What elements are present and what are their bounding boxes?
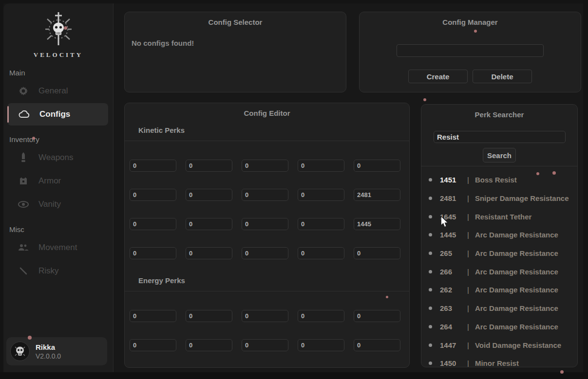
sidebar-item-armor[interactable]: Armor — [6, 170, 108, 192]
perk-input-row — [130, 160, 409, 172]
perk-id: 2481 — [440, 194, 465, 202]
perk-result-row[interactable]: 262|Arc Damage Resistance — [421, 281, 577, 299]
perk-searcher-title: Perk Searcher — [421, 110, 577, 119]
accent-dot — [474, 30, 477, 33]
pipe-separator: | — [467, 194, 469, 202]
perk-result-row[interactable]: 265|Arc Damage Resistance — [421, 244, 577, 263]
sidebar-item-label: Armor — [38, 176, 61, 186]
perk-id-input[interactable] — [130, 310, 176, 322]
perk-id-input[interactable] — [130, 247, 176, 259]
sidebar-item-weapons[interactable]: Weapons — [6, 146, 108, 169]
window-frame-bottom — [0, 372, 588, 379]
perk-id-input[interactable] — [354, 339, 400, 351]
results-divider — [421, 166, 577, 166]
config-manager-panel: Config Manager Create Delete — [359, 12, 581, 92]
perk-name: Void Damage Resistance — [475, 341, 561, 349]
sidebar-item-risky[interactable]: Risky — [6, 260, 108, 282]
oni-skull-icon — [14, 345, 26, 358]
search-button[interactable]: Search — [483, 148, 516, 162]
bullet-icon — [429, 233, 432, 236]
perk-input-row — [130, 310, 409, 322]
perk-id-input[interactable] — [242, 218, 288, 230]
perk-id-input[interactable] — [186, 339, 232, 351]
perk-id-input[interactable] — [186, 218, 232, 230]
perk-searcher-panel: Perk Searcher Search 1451|Boss Resist248… — [421, 104, 578, 367]
bullet-icon — [429, 252, 432, 255]
perk-id-input[interactable] — [186, 310, 232, 322]
accent-dot — [386, 296, 388, 298]
perk-id-input[interactable] — [130, 189, 176, 201]
perk-id-input[interactable] — [242, 247, 288, 259]
perk-input-row — [130, 339, 409, 351]
perk-id: 1445 — [440, 231, 465, 239]
perk-result-row[interactable]: 263|Arc Damage Resistance — [421, 299, 577, 318]
sidebar-section-label: Main — [9, 69, 113, 77]
perk-id-input[interactable] — [354, 218, 400, 230]
sidebar-section-label: Inventory — [9, 135, 113, 144]
pipe-separator: | — [467, 176, 469, 184]
perk-id-input[interactable] — [354, 310, 400, 322]
perk-id: 1451 — [440, 176, 465, 184]
perk-result-row[interactable]: 2481|Sniper Damage Resistance — [421, 189, 577, 208]
perk-id-input[interactable] — [354, 189, 400, 201]
perk-search-input[interactable] — [434, 131, 566, 143]
perk-id-input[interactable] — [354, 160, 400, 172]
perk-id-input[interactable] — [186, 247, 232, 259]
perk-result-row[interactable]: 1450|Minor Resist — [421, 354, 577, 367]
window-frame-top — [0, 0, 588, 3]
user-card[interactable]: Rikka V2.0.0.0 — [6, 337, 107, 365]
perk-id-input[interactable] — [242, 160, 288, 172]
perk-id-input[interactable] — [298, 339, 344, 351]
bullet-icon — [429, 270, 432, 273]
armor-icon — [17, 175, 30, 187]
pipe-separator: | — [467, 286, 469, 294]
perk-id-input[interactable] — [354, 247, 400, 259]
perk-id-input[interactable] — [130, 339, 176, 351]
accent-dot — [560, 370, 564, 374]
perk-name: Boss Resist — [475, 176, 517, 184]
perk-name: Sniper Damage Resistance — [475, 194, 569, 202]
perk-name: Arc Damage Resistance — [475, 268, 558, 276]
eye-icon — [17, 198, 30, 211]
window-frame-right — [583, 0, 588, 379]
config-editor-panel: Config Editor Kinetic PerksEnergy Perks — [124, 103, 410, 368]
perk-id-input[interactable] — [298, 160, 344, 172]
perk-name: Arc Damage Resistance — [475, 286, 558, 294]
perk-result-row[interactable]: 264|Arc Damage Resistance — [421, 318, 577, 336]
perk-id-input[interactable] — [186, 160, 232, 172]
config-selector-title: Config Selector — [125, 18, 346, 26]
perk-result-row[interactable]: 1445|Arc Damage Resistance — [421, 226, 577, 244]
perk-id-input[interactable] — [298, 310, 344, 322]
bullet-icon — [429, 197, 432, 200]
perk-id-input[interactable] — [242, 339, 288, 351]
perk-id-input[interactable] — [298, 247, 344, 259]
no-configs-message: No configs found! — [132, 39, 346, 47]
perk-result-row[interactable]: 1447|Void Damage Resistance — [421, 336, 577, 354]
sidebar-item-label: General — [38, 86, 68, 96]
sidebar-item-configs[interactable]: Configs — [7, 103, 108, 126]
perk-id-input[interactable] — [298, 218, 344, 230]
gear-icon — [17, 85, 30, 97]
perk-id-input[interactable] — [298, 189, 344, 201]
perk-name: Arc Damage Resistance — [475, 323, 558, 331]
delete-button[interactable]: Delete — [473, 70, 532, 83]
config-editor-title: Config Editor — [125, 109, 409, 117]
perk-id-input[interactable] — [242, 189, 288, 201]
perk-id-input[interactable] — [130, 160, 176, 172]
bullet-icon — [429, 288, 432, 291]
slash-icon — [17, 265, 30, 277]
pipe-separator: | — [467, 359, 469, 367]
config-name-input[interactable] — [397, 44, 544, 57]
perk-name: Resistant Tether — [475, 213, 531, 221]
sidebar-item-general[interactable]: General — [6, 80, 108, 102]
sidebar-item-movement[interactable]: Movement — [6, 236, 108, 259]
perk-id-input[interactable] — [186, 189, 232, 201]
sidebar-item-vanity[interactable]: Vanity — [6, 193, 108, 216]
perk-id-input[interactable] — [130, 218, 176, 230]
create-button[interactable]: Create — [408, 70, 468, 83]
perk-result-row[interactable]: 266|Arc Damage Resistance — [421, 262, 577, 281]
config-selector-panel: Config Selector No configs found! — [124, 12, 346, 92]
sidebar-item-label: Movement — [38, 243, 77, 253]
perk-id-input[interactable] — [242, 310, 288, 322]
perk-input-row — [130, 189, 409, 201]
